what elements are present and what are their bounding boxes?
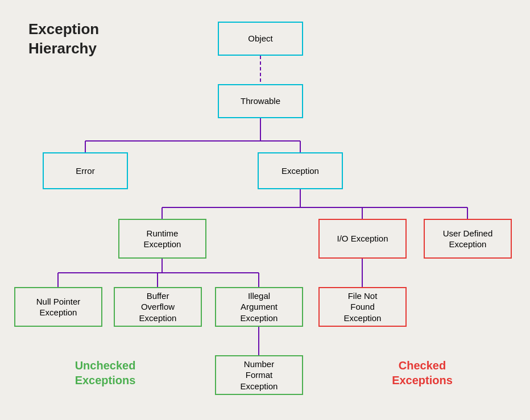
node-file-not-found-exception: File NotFoundException <box>318 287 407 327</box>
label-checked-exceptions: CheckedExceptions <box>375 358 469 388</box>
node-file-not-found-exception-label: File NotFoundException <box>344 290 382 324</box>
node-runtime-exception-label: RuntimeException <box>144 228 181 250</box>
node-exception-label: Exception <box>281 165 319 177</box>
diagram-title: ExceptionHierarchy <box>28 20 99 59</box>
node-user-defined-exception-label: User DefinedException <box>443 228 493 250</box>
node-throwable: Throwable <box>218 84 303 118</box>
node-number-format-exception: NumberFormatException <box>215 355 303 395</box>
diagram-container: ExceptionHierarchy <box>0 0 530 420</box>
node-exception: Exception <box>258 152 343 189</box>
node-buffer-overflow-exception: BufferOverflowException <box>114 287 202 327</box>
node-error: Error <box>43 152 128 189</box>
node-number-format-exception-label: NumberFormatException <box>241 359 278 392</box>
node-io-exception-label: I/O Exception <box>337 233 388 244</box>
label-unchecked-exceptions: UncheckedExceptions <box>60 358 151 388</box>
node-object-label: Object <box>248 33 272 44</box>
node-null-pointer-exception: Null PointerException <box>14 287 102 327</box>
node-illegal-argument-exception-label: IllegalArgumentException <box>241 290 278 324</box>
node-runtime-exception: RuntimeException <box>118 219 206 259</box>
node-throwable-label: Throwable <box>241 95 280 107</box>
node-user-defined-exception: User DefinedException <box>424 219 512 259</box>
node-illegal-argument-exception: IllegalArgumentException <box>215 287 303 327</box>
node-error-label: Error <box>76 165 94 177</box>
node-object: Object <box>218 22 303 56</box>
node-buffer-overflow-exception-label: BufferOverflowException <box>139 290 177 324</box>
node-io-exception: I/O Exception <box>318 219 407 259</box>
node-null-pointer-exception-label: Null PointerException <box>36 296 81 318</box>
